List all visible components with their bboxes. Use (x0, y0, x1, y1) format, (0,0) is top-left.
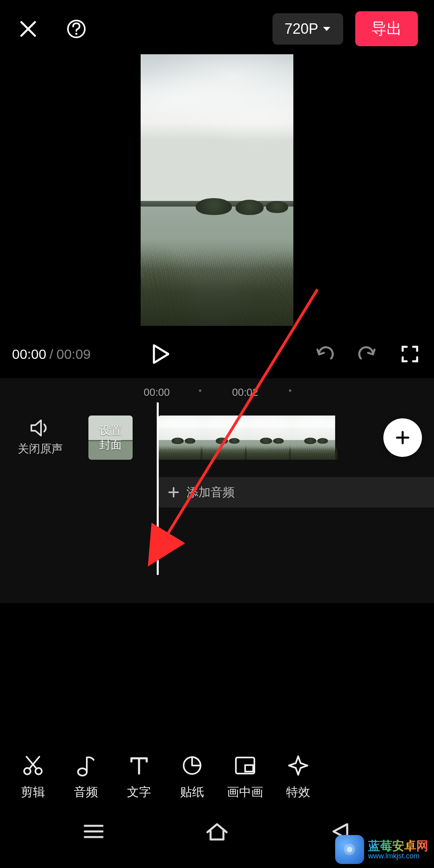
text-icon (129, 755, 149, 776)
watermark-url: www.lmkjst.com (368, 852, 428, 860)
home-icon (205, 822, 229, 841)
close-icon (19, 20, 37, 38)
playback-bar: 00:00 / 00:09 (0, 334, 434, 378)
redo-icon (358, 346, 377, 362)
speaker-icon (30, 419, 51, 437)
header-bar: 720P 导出 (0, 0, 434, 54)
tool-label: 贴纸 (180, 784, 204, 800)
tool-pip[interactable]: 画中画 (219, 753, 272, 800)
video-preview[interactable] (141, 54, 293, 326)
header-right: 720P 导出 (272, 11, 418, 46)
ruler-dot (289, 389, 291, 392)
header-left (16, 17, 88, 41)
fullscreen-icon (401, 345, 419, 363)
tool-text[interactable]: 文字 (113, 753, 166, 800)
svg-point-1 (75, 33, 77, 35)
pip-icon (234, 755, 256, 776)
tool-label: 文字 (127, 784, 151, 800)
add-clip-button[interactable] (383, 418, 422, 457)
tool-edit[interactable]: 剪辑 (6, 753, 59, 800)
nav-home-button[interactable] (205, 819, 229, 843)
total-time: 00:09 (57, 346, 91, 362)
scissors-icon (22, 754, 44, 777)
time-separator: / (49, 346, 53, 362)
ruler-tick: 00:00 (143, 386, 170, 399)
menu-icon (82, 823, 105, 839)
add-audio-track[interactable]: 添加音频 (158, 477, 434, 508)
tool-label: 音频 (74, 784, 98, 800)
plus-icon (395, 430, 411, 446)
set-cover-button[interactable]: 设置 封面 (88, 416, 133, 460)
watermark-icon (335, 835, 364, 864)
tool-label: 画中画 (227, 784, 263, 800)
set-cover-label-2: 封面 (99, 438, 122, 452)
chevron-down-icon (322, 26, 331, 32)
preview-area (0, 54, 434, 334)
timeline-ruler[interactable]: 00:00 00:02 (0, 381, 434, 401)
nav-recent-button[interactable] (82, 819, 106, 843)
ruler-dot (199, 389, 201, 392)
svg-point-4 (78, 768, 87, 776)
watermark: 蓝莓安卓网 www.lmkjst.com (335, 835, 428, 864)
ruler-tick: 00:02 (232, 386, 258, 399)
help-icon (66, 19, 86, 39)
video-track-row: 关闭原声 设置 封面 添加音频 (0, 401, 434, 474)
tool-audio[interactable]: 音频 (59, 753, 113, 800)
undo-button[interactable] (313, 342, 337, 366)
set-cover-label-1: 设置 (99, 423, 122, 438)
play-icon (152, 344, 169, 364)
tool-label: 剪辑 (21, 784, 45, 800)
help-button[interactable] (64, 17, 88, 41)
resolution-dropdown[interactable]: 720P (272, 13, 343, 45)
export-label: 导出 (371, 20, 402, 37)
playhead[interactable] (157, 402, 159, 575)
time-display: 00:00 / 00:09 (12, 346, 108, 362)
current-time: 00:00 (12, 346, 46, 362)
play-button[interactable] (149, 342, 173, 366)
mute-original-sound[interactable]: 关闭原声 (0, 419, 80, 457)
music-note-icon (76, 754, 96, 777)
svg-point-10 (347, 847, 352, 852)
close-button[interactable] (16, 17, 40, 41)
tool-label: 特效 (286, 784, 310, 800)
tool-effects[interactable]: 特效 (272, 753, 325, 800)
redo-button[interactable] (355, 342, 379, 366)
sparkle-icon (287, 755, 309, 776)
resolution-label: 720P (285, 20, 318, 37)
watermark-title: 蓝莓安卓网 (368, 839, 428, 852)
bottom-toolbar: 剪辑 音频 文字 贴纸 画中画 特效 (0, 753, 434, 800)
timeline-section: 00:00 00:02 关闭原声 设置 封面 添加音频 (0, 378, 434, 603)
plus-icon (168, 487, 179, 498)
sticker-icon (182, 755, 203, 776)
undo-icon (315, 346, 334, 362)
add-audio-label: 添加音频 (186, 484, 235, 501)
export-button[interactable]: 导出 (355, 11, 418, 46)
fullscreen-button[interactable] (398, 342, 422, 366)
playback-right-controls (313, 342, 422, 366)
svg-rect-7 (245, 765, 253, 772)
tool-sticker[interactable]: 贴纸 (166, 753, 219, 800)
mute-label: 关闭原声 (18, 441, 63, 457)
